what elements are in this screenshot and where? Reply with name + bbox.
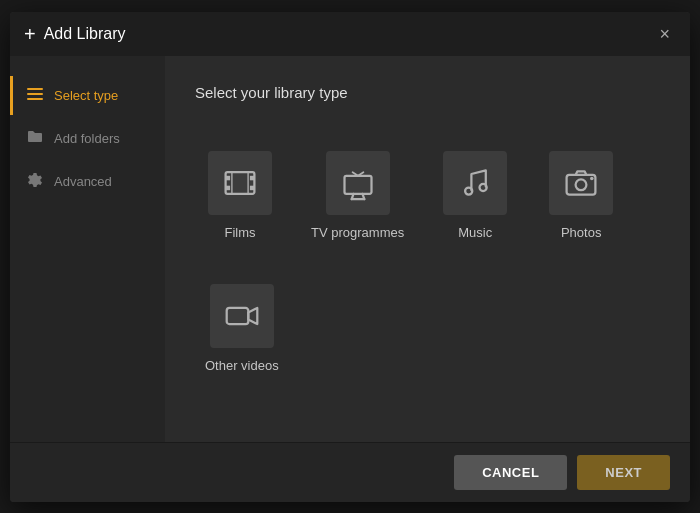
library-type-other-videos[interactable]: Other videos: [195, 270, 289, 387]
photos-icon-box: [549, 151, 613, 215]
dialog-body: Select type Add folders Advanced: [10, 56, 690, 442]
films-icon-box: [208, 151, 272, 215]
svg-point-17: [480, 183, 487, 190]
tv-icon-box: [326, 151, 390, 215]
camera-icon: [563, 165, 599, 201]
music-label: Music: [458, 225, 492, 240]
dialog-title: Add Library: [44, 25, 126, 43]
gear-icon: [26, 172, 44, 191]
sidebar-label-advanced: Advanced: [54, 174, 112, 189]
svg-rect-7: [250, 185, 255, 190]
sidebar: Select type Add folders Advanced: [10, 56, 165, 442]
svg-rect-4: [226, 175, 231, 180]
svg-rect-21: [227, 307, 249, 323]
close-button[interactable]: ×: [653, 21, 676, 47]
plus-icon: +: [24, 24, 36, 44]
svg-rect-2: [27, 98, 43, 100]
music-icon: [457, 165, 493, 201]
svg-point-20: [590, 176, 594, 180]
titlebar: + Add Library ×: [10, 12, 690, 56]
sidebar-item-advanced[interactable]: Advanced: [10, 162, 165, 201]
svg-rect-6: [250, 175, 255, 180]
svg-rect-1: [27, 93, 43, 95]
main-content: Select your library type: [165, 56, 690, 442]
library-type-tv[interactable]: TV programmes: [301, 137, 414, 254]
svg-point-16: [465, 187, 472, 194]
title-group: + Add Library: [24, 24, 126, 44]
svg-rect-3: [226, 172, 255, 194]
cancel-button[interactable]: CANCEL: [454, 455, 567, 490]
sidebar-label-select-type: Select type: [54, 88, 118, 103]
other-videos-icon-box: [210, 284, 274, 348]
section-title: Select your library type: [195, 84, 660, 101]
folder-icon: [26, 129, 44, 148]
music-icon-box: [443, 151, 507, 215]
sidebar-label-add-folders: Add folders: [54, 131, 120, 146]
menu-icon: [26, 86, 44, 105]
films-label: Films: [224, 225, 255, 240]
film-icon: [222, 165, 258, 201]
library-type-films[interactable]: Films: [195, 137, 285, 254]
svg-rect-5: [226, 185, 231, 190]
tv-icon: [340, 165, 376, 201]
next-button[interactable]: NEXT: [577, 455, 670, 490]
add-library-dialog: + Add Library × Select type: [10, 12, 690, 502]
tv-label: TV programmes: [311, 225, 404, 240]
video-camera-icon: [224, 298, 260, 334]
library-type-music[interactable]: Music: [430, 137, 520, 254]
library-type-photos[interactable]: Photos: [536, 137, 626, 254]
photos-label: Photos: [561, 225, 601, 240]
sidebar-item-add-folders[interactable]: Add folders: [10, 119, 165, 158]
dialog-footer: CANCEL NEXT: [10, 442, 690, 502]
svg-point-19: [576, 179, 587, 190]
sidebar-item-select-type[interactable]: Select type: [10, 76, 165, 115]
other-videos-label: Other videos: [205, 358, 279, 373]
svg-rect-10: [344, 175, 371, 193]
library-types-grid: Films TV programmes: [195, 137, 660, 387]
svg-rect-0: [27, 88, 43, 90]
